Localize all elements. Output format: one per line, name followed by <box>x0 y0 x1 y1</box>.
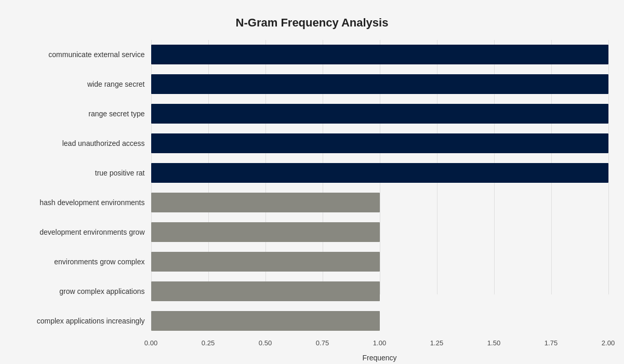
bar-label: complex applications increasingly <box>16 317 151 325</box>
x-axis-title: Frequency <box>151 354 608 362</box>
bar-row: lead unauthorized access <box>16 129 608 158</box>
bar-fill <box>151 133 608 153</box>
bar-label: lead unauthorized access <box>16 139 151 147</box>
bar-track <box>151 281 608 301</box>
bar-track <box>151 74 608 94</box>
bar-fill <box>151 281 380 301</box>
bar-row: wide range secret <box>16 70 608 99</box>
bar-fill <box>151 252 380 272</box>
bar-row: environments grow complex <box>16 247 608 277</box>
bar-fill <box>151 222 380 242</box>
bar-track <box>151 133 608 153</box>
bar-label: communicate external service <box>16 50 151 59</box>
x-axis-tick-label: 0.25 <box>202 339 215 347</box>
bar-row: communicate external service <box>16 40 608 70</box>
x-axis-tick-label: 0.50 <box>259 339 272 347</box>
bar-row: range secret type <box>16 99 608 129</box>
x-axis-tick-label: 1.25 <box>430 339 443 347</box>
x-axis-tick-label: 1.50 <box>487 339 500 347</box>
bar-label: wide range secret <box>16 80 151 88</box>
x-axis-tick-label: 1.00 <box>373 339 386 347</box>
bar-row: development environments grow <box>16 218 608 247</box>
bar-track <box>151 163 608 183</box>
bar-track <box>151 193 608 212</box>
bar-label: environments grow complex <box>16 258 151 266</box>
bar-track <box>151 222 608 242</box>
bar-fill <box>151 45 608 64</box>
x-axis-tick-label: 1.75 <box>545 339 557 347</box>
bar-track <box>151 45 608 64</box>
bar-track <box>151 104 608 124</box>
bar-track <box>151 311 608 331</box>
x-axis-tick-label: 0.00 <box>144 339 157 347</box>
bar-row: complex applications increasingly <box>16 306 608 336</box>
bar-row: grow complex applications <box>16 277 608 306</box>
bar-label: hash development environments <box>16 198 151 207</box>
bar-row: hash development environments <box>16 188 608 218</box>
bar-fill <box>151 104 608 124</box>
x-axis-tick-label: 2.00 <box>602 339 615 347</box>
bar-fill <box>151 74 608 94</box>
bar-label: true positive rat <box>16 169 151 177</box>
chart-area: communicate external servicewide range s… <box>16 40 608 315</box>
bar-fill <box>151 193 380 212</box>
grid-line <box>608 40 609 294</box>
chart-title: N-Gram Frequency Analysis <box>16 16 608 30</box>
bar-fill <box>151 311 380 331</box>
bar-track <box>151 252 608 272</box>
bar-label: grow complex applications <box>16 287 151 295</box>
bar-fill <box>151 163 608 183</box>
chart-container: N-Gram Frequency Analysis communicate ex… <box>6 6 619 359</box>
bar-label: development environments grow <box>16 228 151 236</box>
bar-row: true positive rat <box>16 158 608 188</box>
bars-section: communicate external servicewide range s… <box>16 40 608 336</box>
x-axis-tick-label: 0.75 <box>316 339 329 347</box>
bar-label: range secret type <box>16 110 151 118</box>
